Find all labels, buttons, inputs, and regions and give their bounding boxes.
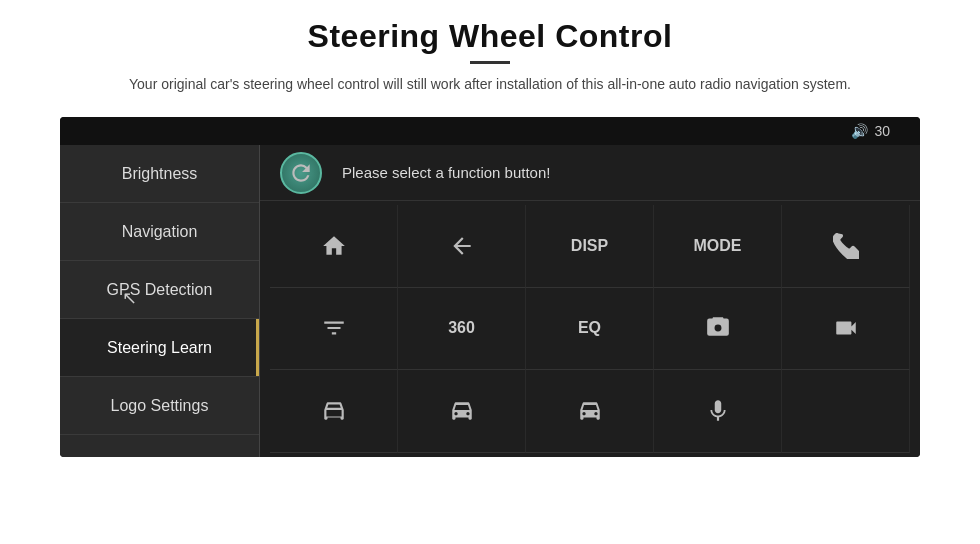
sidebar-item-gps-detection[interactable]: GPS Detection xyxy=(60,261,259,319)
grid-cell-equalizer[interactable] xyxy=(270,288,398,371)
sidebar-item-brightness[interactable]: Brightness xyxy=(60,145,259,203)
radio-main: Brightness Navigation GPS Detection Stee… xyxy=(60,145,920,457)
phone-off-icon xyxy=(833,233,859,259)
title-section: Steering Wheel Control Your original car… xyxy=(129,18,851,95)
subtitle: Your original car's steering wheel contr… xyxy=(129,74,851,95)
grid-cell-back[interactable] xyxy=(398,205,526,288)
grid-cell-disp[interactable]: DISP xyxy=(526,205,654,288)
select-prompt: Please select a function button! xyxy=(342,164,550,181)
volume-number: 30 xyxy=(874,123,890,139)
page-title: Steering Wheel Control xyxy=(129,18,851,55)
page-container: Steering Wheel Control Your original car… xyxy=(0,0,980,544)
car-back-icon xyxy=(577,398,603,424)
grid-cell-360[interactable]: 360 xyxy=(398,288,526,371)
content-grid: DISP MODE xyxy=(260,201,920,457)
grid-cell-eq[interactable]: EQ xyxy=(526,288,654,371)
camera1-icon xyxy=(705,315,731,341)
sidebar-menu: Brightness Navigation GPS Detection Stee… xyxy=(60,145,260,457)
grid-cell-mic[interactable] xyxy=(654,370,782,453)
grid-cell-car-front[interactable] xyxy=(270,370,398,453)
refresh-icon xyxy=(288,160,314,186)
grid-cell-car-side[interactable] xyxy=(398,370,526,453)
grid-cell-camera1[interactable] xyxy=(654,288,782,371)
radio-ui: 🔊 30 Brightness Navigation GPS Detection… xyxy=(60,117,920,457)
content-area: Please select a function button! xyxy=(260,145,920,457)
disp-label: DISP xyxy=(571,237,608,255)
title-divider xyxy=(470,61,510,64)
grid-cell-phone-off[interactable] xyxy=(782,205,910,288)
sidebar-item-navigation[interactable]: Navigation xyxy=(60,203,259,261)
label-360: 360 xyxy=(448,319,475,337)
home-icon xyxy=(321,233,347,259)
grid-cell-car-back[interactable] xyxy=(526,370,654,453)
mic-icon xyxy=(705,398,731,424)
grid-cell-empty xyxy=(782,370,910,453)
car-front-icon xyxy=(321,398,347,424)
content-header: Please select a function button! xyxy=(260,145,920,201)
car-side-icon xyxy=(449,398,475,424)
equalizer-icon xyxy=(321,315,347,341)
grid-cell-home[interactable] xyxy=(270,205,398,288)
sidebar-item-steering-learn[interactable]: Steering Learn xyxy=(60,319,259,377)
grid-cell-camera2[interactable] xyxy=(782,288,910,371)
camera2-icon xyxy=(833,315,859,341)
volume-icon: 🔊 xyxy=(851,123,868,139)
refresh-button[interactable] xyxy=(280,152,322,194)
eq-label: EQ xyxy=(578,319,601,337)
top-bar: 🔊 30 xyxy=(60,117,920,145)
sidebar-item-logo-settings[interactable]: Logo Settings xyxy=(60,377,259,435)
mode-label: MODE xyxy=(694,237,742,255)
back-icon xyxy=(449,233,475,259)
grid-cell-mode[interactable]: MODE xyxy=(654,205,782,288)
